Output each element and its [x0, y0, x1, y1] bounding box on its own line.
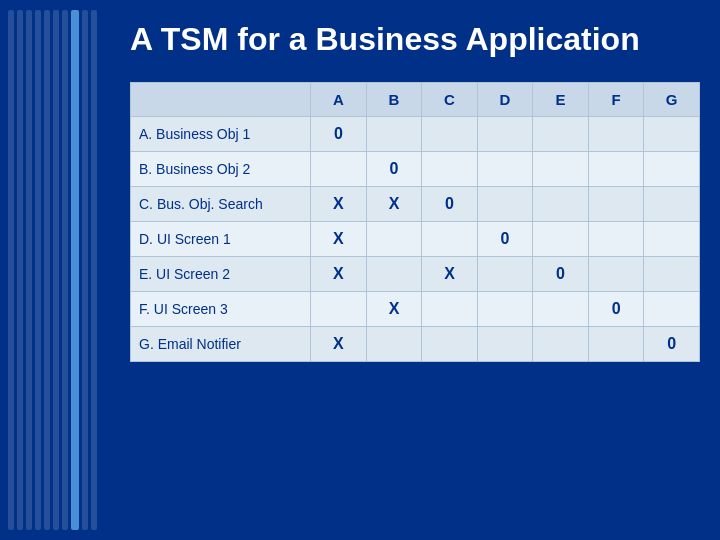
cell-4-e: 0 — [533, 257, 589, 292]
cell-1-f — [588, 152, 644, 187]
cell-6-a: X — [311, 327, 367, 362]
table-row: A. Business Obj 10 — [131, 117, 700, 152]
cell-5-g — [644, 292, 700, 327]
cell-6-g: 0 — [644, 327, 700, 362]
cell-5-c — [422, 292, 478, 327]
stripe-7 — [62, 10, 68, 530]
cell-0-g — [644, 117, 700, 152]
col-header-g: G — [644, 83, 700, 117]
row-label-6: G. Email Notifier — [131, 327, 311, 362]
page-title: A TSM for a Business Application — [130, 20, 700, 58]
cell-4-c: X — [422, 257, 478, 292]
stripe-1 — [8, 10, 14, 530]
cell-1-a — [311, 152, 367, 187]
stripe-5 — [44, 10, 50, 530]
cell-5-d — [477, 292, 533, 327]
cell-6-f — [588, 327, 644, 362]
stripe-3 — [26, 10, 32, 530]
matrix-table: A B C D E F G A. Business Obj 10B. Busin… — [130, 82, 700, 362]
table-row: B. Business Obj 20 — [131, 152, 700, 187]
table-row: C. Bus. Obj. SearchXX0 — [131, 187, 700, 222]
cell-6-e — [533, 327, 589, 362]
row-label-0: A. Business Obj 1 — [131, 117, 311, 152]
table-row: F. UI Screen 3X0 — [131, 292, 700, 327]
cell-1-b: 0 — [366, 152, 422, 187]
cell-0-d — [477, 117, 533, 152]
cell-2-c: 0 — [422, 187, 478, 222]
stripe-8 — [82, 10, 88, 530]
cell-2-f — [588, 187, 644, 222]
table-row: D. UI Screen 1X0 — [131, 222, 700, 257]
cell-6-c — [422, 327, 478, 362]
cell-2-d — [477, 187, 533, 222]
cell-3-a: X — [311, 222, 367, 257]
cell-5-f: 0 — [588, 292, 644, 327]
left-decoration — [0, 0, 120, 540]
cell-3-f — [588, 222, 644, 257]
stripe-4 — [35, 10, 41, 530]
stripe-2 — [17, 10, 23, 530]
cell-5-b: X — [366, 292, 422, 327]
cell-1-d — [477, 152, 533, 187]
stripe-6 — [53, 10, 59, 530]
cell-3-e — [533, 222, 589, 257]
cell-3-d: 0 — [477, 222, 533, 257]
table-row: G. Email NotifierX0 — [131, 327, 700, 362]
col-header-e: E — [533, 83, 589, 117]
col-header-c: C — [422, 83, 478, 117]
cell-5-a — [311, 292, 367, 327]
cell-3-g — [644, 222, 700, 257]
cell-0-c — [422, 117, 478, 152]
cell-0-e — [533, 117, 589, 152]
cell-2-b: X — [366, 187, 422, 222]
cell-4-a: X — [311, 257, 367, 292]
stripe-9 — [91, 10, 97, 530]
cell-1-e — [533, 152, 589, 187]
main-content: A TSM for a Business Application A B C D… — [130, 20, 700, 520]
cell-4-g — [644, 257, 700, 292]
col-header-b: B — [366, 83, 422, 117]
col-header-label — [131, 83, 311, 117]
stripe-group — [0, 10, 97, 530]
table-row: E. UI Screen 2XX0 — [131, 257, 700, 292]
cell-4-f — [588, 257, 644, 292]
cell-6-b — [366, 327, 422, 362]
table-header-row: A B C D E F G — [131, 83, 700, 117]
cell-4-d — [477, 257, 533, 292]
cell-2-e — [533, 187, 589, 222]
cell-6-d — [477, 327, 533, 362]
cell-3-c — [422, 222, 478, 257]
row-label-5: F. UI Screen 3 — [131, 292, 311, 327]
cell-1-g — [644, 152, 700, 187]
cell-1-c — [422, 152, 478, 187]
col-header-a: A — [311, 83, 367, 117]
cell-5-e — [533, 292, 589, 327]
cell-2-g — [644, 187, 700, 222]
row-label-1: B. Business Obj 2 — [131, 152, 311, 187]
cell-0-f — [588, 117, 644, 152]
stripe-accent — [71, 10, 79, 530]
col-header-f: F — [588, 83, 644, 117]
row-label-2: C. Bus. Obj. Search — [131, 187, 311, 222]
row-label-4: E. UI Screen 2 — [131, 257, 311, 292]
col-header-d: D — [477, 83, 533, 117]
cell-4-b — [366, 257, 422, 292]
cell-3-b — [366, 222, 422, 257]
row-label-3: D. UI Screen 1 — [131, 222, 311, 257]
cell-0-a: 0 — [311, 117, 367, 152]
cell-2-a: X — [311, 187, 367, 222]
cell-0-b — [366, 117, 422, 152]
